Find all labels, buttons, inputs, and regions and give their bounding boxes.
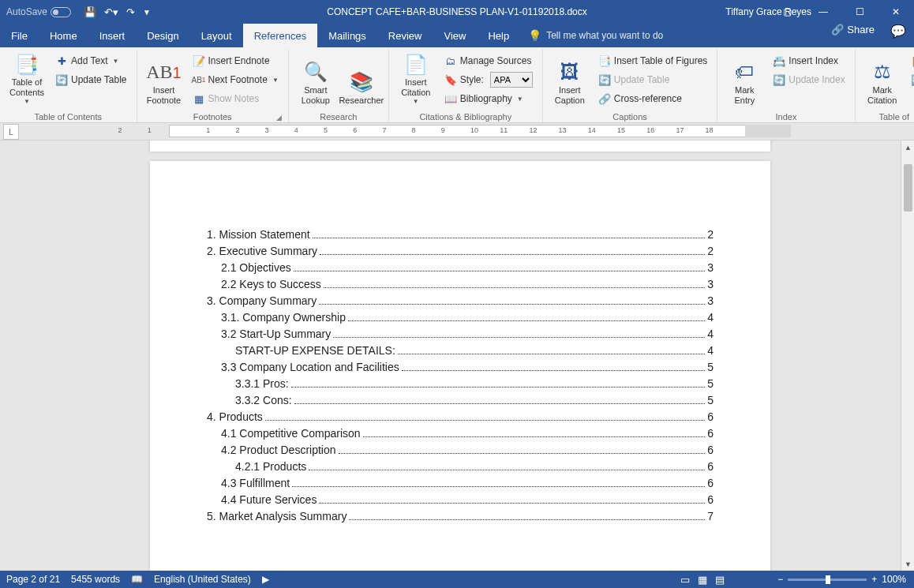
ruler-tick: 11	[500, 126, 508, 134]
insert-citation-button[interactable]: 📄Insert Citation▼	[395, 52, 436, 107]
table-of-contents-button[interactable]: 📑 Table of Contents ▼	[6, 52, 47, 107]
zoom-in-button[interactable]: +	[871, 574, 877, 585]
maximize-button[interactable]: ☐	[841, 0, 878, 24]
toc-entry[interactable]: 3.3.1 Pros:5	[207, 377, 714, 390]
update-table-button[interactable]: 🔄Update Table	[52, 71, 130, 88]
ribbon-display-icon[interactable]: ▢	[769, 0, 805, 24]
autosave-toggle[interactable]: AutoSave	[0, 6, 77, 17]
save-icon[interactable]: 💾	[84, 6, 96, 18]
toc-entry[interactable]: 4.3 Fulfillment6	[207, 477, 714, 489]
cross-reference-button[interactable]: 🔗Cross-reference	[595, 90, 711, 107]
tab-help[interactable]: Help	[477, 24, 520, 47]
tab-layout[interactable]: Layout	[190, 24, 243, 47]
group-label: Footnotes◢	[142, 110, 283, 124]
scroll-up-icon[interactable]: ▲	[901, 140, 914, 154]
bibliography-button[interactable]: 📖Bibliography▼	[441, 90, 536, 107]
toc-entry[interactable]: 1. Mission Statement2	[207, 228, 714, 241]
comments-button[interactable]: 💬	[890, 24, 906, 39]
document-area[interactable]: 1. Mission Statement22. Executive Summar…	[0, 140, 914, 571]
toc-entry[interactable]: 3.2 Start-Up Summary4	[207, 328, 714, 340]
mark-citation-button[interactable]: ⚖Mark Citation	[862, 52, 903, 107]
word-count[interactable]: 5455 words	[71, 574, 120, 585]
autosave-label: AutoSave	[6, 6, 47, 17]
tab-home[interactable]: Home	[39, 24, 88, 47]
group-citations: 📄Insert Citation▼ 🗂Manage Sources 🔖Style…	[389, 49, 543, 122]
insert-caption-button[interactable]: 🖼Insert Caption	[549, 52, 590, 107]
close-button[interactable]: ✕	[878, 0, 914, 24]
toc-entry[interactable]: 4.2 Product Description6	[207, 444, 714, 456]
toc-page: 3	[707, 294, 714, 307]
citation-style-select[interactable]: 🔖Style:APA	[441, 71, 536, 88]
next-footnote-icon: AB1	[193, 73, 205, 86]
print-layout-icon[interactable]: ▦	[698, 574, 707, 586]
ruler[interactable]: L 21123456789101112131415161718	[0, 123, 914, 140]
toc-entry[interactable]: 4.1 Competitive Comparison6	[207, 427, 714, 440]
toc-text: 4.2.1 Products	[235, 460, 306, 473]
ruler-tick: 10	[470, 126, 478, 134]
style-dropdown[interactable]: APA	[490, 72, 533, 88]
toa-icon: 📋	[911, 54, 914, 67]
insert-endnote-button[interactable]: 📝Insert Endnote	[189, 52, 282, 69]
endnote-icon: 📝	[193, 54, 205, 67]
qat-customize-icon[interactable]: ▼	[143, 8, 151, 17]
tab-selector[interactable]: L	[3, 124, 19, 140]
language-indicator[interactable]: English (United States)	[154, 574, 251, 585]
tab-file[interactable]: File	[0, 24, 39, 47]
toc-entry[interactable]: 2.2 Keys to Success3	[207, 278, 714, 290]
tab-insert[interactable]: Insert	[88, 24, 137, 47]
zoom-out-button[interactable]: −	[777, 574, 783, 585]
toc-page: 6	[707, 410, 714, 423]
smart-lookup-button[interactable]: 🔍Smart Lookup	[295, 52, 336, 107]
manage-sources-button[interactable]: 🗂Manage Sources	[441, 52, 536, 69]
tell-me[interactable]: 💡 Tell me what you want to do	[528, 24, 663, 47]
toc-entry[interactable]: 4.2.1 Products6	[207, 460, 714, 473]
horizontal-ruler[interactable]: 21123456789101112131415161718	[19, 123, 914, 140]
vertical-scrollbar[interactable]: ▲ ▼	[901, 140, 914, 571]
update-toa-icon: 🔄	[911, 73, 914, 86]
tell-me-label: Tell me what you want to do	[546, 30, 663, 41]
toc-entry[interactable]: START-UP EXPENSE DETAILS:4	[207, 344, 714, 357]
tab-review[interactable]: Review	[377, 24, 433, 47]
toc-entry[interactable]: 3. Company Summary3	[207, 294, 714, 307]
insert-tof-button[interactable]: 📑Insert Table of Figures	[595, 52, 711, 69]
tab-references[interactable]: References	[243, 24, 317, 47]
next-footnote-button[interactable]: AB1Next Footnote▼	[189, 71, 282, 88]
page-indicator[interactable]: Page 2 of 21	[6, 574, 60, 585]
page[interactable]: 1. Mission Statement22. Executive Summar…	[150, 161, 770, 571]
researcher-button[interactable]: 📚Researcher	[341, 52, 382, 107]
scroll-down-icon[interactable]: ▼	[901, 557, 914, 571]
zoom-level[interactable]: 100%	[882, 574, 906, 585]
dialog-launcher-icon[interactable]: ◢	[276, 114, 282, 122]
toc-entry[interactable]: 2.1 Objectives3	[207, 261, 714, 274]
macro-button[interactable]: ▶	[262, 574, 269, 585]
zoom-slider[interactable]	[788, 579, 867, 581]
toc-entry[interactable]: 4.4 Future Services6	[207, 493, 714, 506]
toc-entry[interactable]: 3.3.2 Cons:5	[207, 394, 714, 406]
footnote-icon: AB1	[146, 60, 181, 85]
share-button[interactable]: 🔗 Share	[831, 24, 875, 36]
tab-design[interactable]: Design	[136, 24, 189, 47]
toc-leader	[324, 287, 705, 288]
insert-footnote-button[interactable]: AB1 Insert Footnote	[144, 52, 185, 107]
toc-entry[interactable]: 2. Executive Summary2	[207, 245, 714, 257]
group-label: Captions	[548, 110, 713, 124]
ruler-tick: 3	[265, 126, 269, 134]
toc-entry[interactable]: 3.1. Company Ownership4	[207, 311, 714, 324]
tab-view[interactable]: View	[433, 24, 477, 47]
toc-entry[interactable]: 4. Products6	[207, 410, 714, 423]
toc-page: 4	[707, 344, 714, 357]
web-layout-icon[interactable]: ▤	[715, 574, 725, 586]
mark-entry-button[interactable]: 🏷Mark Entry	[724, 52, 765, 107]
spellcheck-button[interactable]: 📖	[131, 574, 143, 585]
tab-mailings[interactable]: Mailings	[317, 24, 377, 47]
redo-icon[interactable]: ↷	[126, 6, 135, 18]
insert-index-button[interactable]: 📇Insert Index	[770, 52, 848, 69]
read-mode-icon[interactable]: ▭	[680, 574, 690, 586]
scroll-thumb[interactable]	[904, 164, 912, 212]
toc-entry[interactable]: 5. Market Analysis Summary7	[207, 510, 714, 522]
toc-page: 3	[707, 278, 714, 290]
toc-entry[interactable]: 3.3 Company Location and Facilities5	[207, 361, 714, 373]
minimize-button[interactable]: ―	[805, 0, 841, 24]
undo-icon[interactable]: ↶▾	[104, 6, 118, 18]
add-text-button[interactable]: ✚Add Text▼	[52, 52, 130, 69]
